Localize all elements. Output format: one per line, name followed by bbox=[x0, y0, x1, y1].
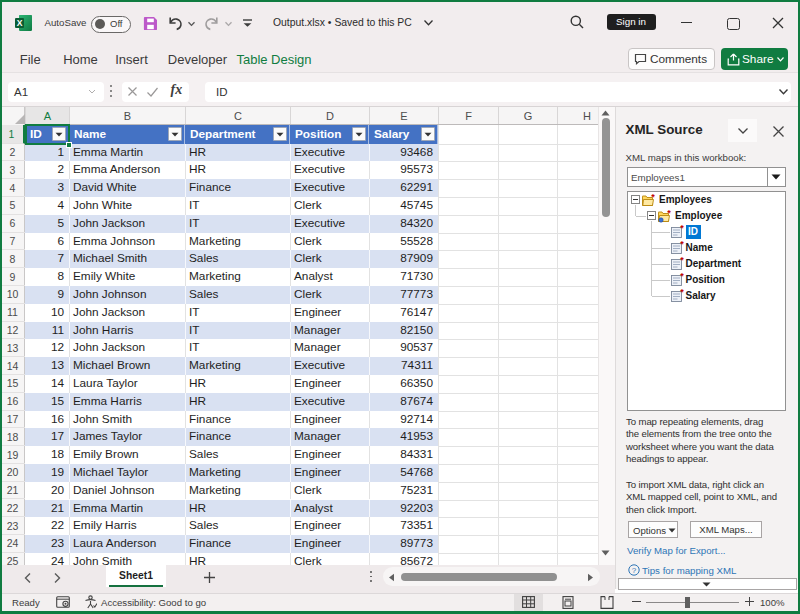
svg-text:*: * bbox=[651, 194, 655, 202]
svg-text:*: * bbox=[680, 289, 684, 297]
svg-text:?: ? bbox=[631, 566, 636, 575]
svg-text:*: * bbox=[680, 273, 684, 281]
svg-text:X: X bbox=[17, 18, 23, 28]
svg-text:*: * bbox=[667, 210, 671, 218]
svg-text:*: * bbox=[680, 241, 684, 249]
svg-text:*: * bbox=[680, 257, 684, 265]
svg-text:*: * bbox=[680, 225, 684, 233]
